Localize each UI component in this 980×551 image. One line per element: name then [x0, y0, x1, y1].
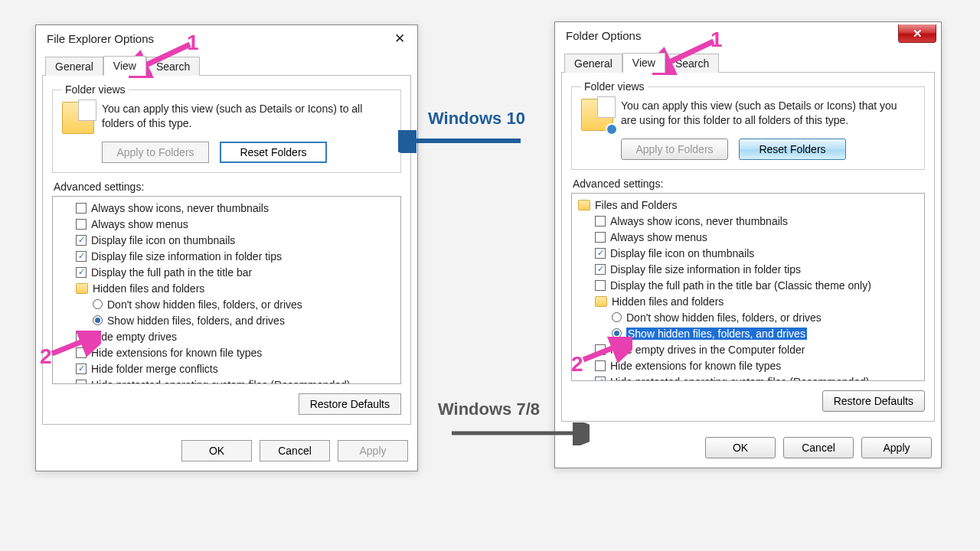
folder-views-legend: Folder views [581, 80, 648, 93]
radio[interactable] [612, 328, 622, 338]
tree-row[interactable]: Display file icon on thumbnails [573, 245, 923, 261]
tree-row[interactable]: Hide folder merge conflicts [54, 360, 399, 377]
tree-row[interactable]: Hide extensions for known file types [54, 344, 399, 360]
apply-to-folders-button[interactable]: Apply to Folders [102, 142, 209, 163]
folder-views-legend: Folder views [62, 83, 129, 96]
dialog-title: File Explorer Options [47, 32, 154, 45]
tree-row[interactable]: Always show icons, never thumbnails [573, 213, 923, 229]
checkbox[interactable] [595, 264, 606, 275]
restore-defaults-button[interactable]: Restore Defaults [822, 390, 925, 412]
tree-row-label: Always show icons, never thumbnails [91, 202, 269, 214]
tree-row[interactable]: Display the full path in the title bar (… [573, 277, 923, 293]
advanced-settings-tree[interactable]: Always show icons, never thumbnailsAlway… [52, 196, 401, 384]
apply-button[interactable]: Apply [338, 440, 408, 461]
checkbox[interactable] [595, 232, 606, 243]
checkbox[interactable] [595, 360, 606, 371]
tab-strip: General View Search [42, 56, 411, 76]
tree-row-label: Show hidden files, folders, and drives [626, 328, 807, 340]
tree-row[interactable]: Hide protected operating system files (R… [573, 373, 923, 381]
tree-row[interactable]: Show hidden files, folders, and drives [573, 325, 923, 341]
tab-strip: General View Search [561, 53, 935, 73]
tab-general[interactable]: General [45, 57, 103, 76]
radio[interactable] [93, 315, 103, 325]
reset-folders-button[interactable]: Reset Folders [739, 139, 846, 160]
tree-row[interactable]: Display file size information in folder … [573, 261, 923, 277]
tree-row[interactable]: Always show menus [54, 216, 399, 232]
tree-row-label: Show hidden files, folders, and drives [107, 315, 285, 327]
tab-view[interactable]: View [622, 53, 665, 73]
close-button[interactable]: ✕ [898, 24, 936, 43]
checkbox[interactable] [595, 280, 606, 291]
tree-row-label: Hide extensions for known file types [91, 347, 262, 359]
checkbox[interactable] [76, 251, 87, 262]
reset-folders-button[interactable]: Reset Folders [220, 142, 327, 163]
checkbox[interactable] [76, 347, 87, 358]
checkbox[interactable] [76, 235, 87, 246]
tree-row-label: Always show icons, never thumbnails [610, 215, 788, 227]
cancel-button[interactable]: Cancel [783, 437, 854, 458]
advanced-settings-tree[interactable]: Files and FoldersAlways show icons, neve… [571, 193, 925, 381]
checkbox[interactable] [76, 219, 87, 230]
folder-icon [578, 200, 590, 210]
tree-row-label: Don't show hidden files, folders, or dri… [626, 311, 822, 324]
radio[interactable] [93, 299, 103, 309]
tree-row[interactable]: Hide empty drives in the Computer folder [573, 341, 923, 357]
tree-row[interactable]: Display file size information in folder … [54, 248, 399, 264]
checkbox[interactable] [595, 216, 606, 227]
folder-views-group: Folder views You can apply this view (su… [571, 80, 925, 170]
folder-views-text: You can apply this view (such as Details… [102, 102, 391, 131]
tree-row[interactable]: Show hidden files, folders, and drives [54, 312, 399, 328]
ok-button[interactable]: OK [705, 437, 776, 458]
checkbox[interactable] [595, 377, 606, 382]
titlebar: Folder Options ✕ [555, 22, 941, 48]
tree-row-label: Display file size information in folder … [610, 263, 801, 276]
tree-row-label: Files and Folders [595, 199, 677, 211]
ok-button[interactable]: OK [181, 440, 252, 461]
tree-row-label: Display the full path in the title bar [91, 266, 252, 279]
tree-row-label: Hide protected operating system files (R… [610, 376, 870, 382]
folder-options-dialog: Folder Options ✕ General View Search Fol… [554, 21, 942, 468]
tree-row[interactable]: Don't show hidden files, folders, or dri… [54, 296, 399, 312]
tree-row[interactable]: Always show icons, never thumbnails [54, 200, 399, 216]
checkbox[interactable] [76, 380, 87, 385]
tree-row-label: Hide extensions for known file types [610, 360, 781, 372]
tree-row[interactable]: Display the full path in the title bar [54, 264, 399, 280]
radio[interactable] [612, 312, 622, 322]
tab-search[interactable]: Search [146, 57, 200, 76]
tree-row[interactable]: Files and Folders [573, 197, 923, 213]
folder-views-group: Folder views You can apply this view (su… [52, 83, 401, 173]
folder-icon [76, 283, 88, 294]
tree-row[interactable]: Hidden files and folders [54, 280, 399, 296]
tree-row[interactable]: Hide extensions for known file types [573, 357, 923, 373]
apply-button[interactable]: Apply [861, 437, 932, 458]
tree-row[interactable]: Don't show hidden files, folders, or dri… [573, 309, 923, 325]
tree-row-label: Always show menus [610, 231, 707, 243]
tab-search[interactable]: Search [665, 54, 719, 73]
apply-to-folders-button[interactable]: Apply to Folders [621, 139, 728, 160]
annotation-label-windows78: Windows 7/8 [438, 399, 540, 419]
tab-general[interactable]: General [564, 54, 622, 73]
titlebar: File Explorer Options ✕ [36, 25, 417, 51]
checkbox[interactable] [76, 203, 87, 214]
folder-options-icon [581, 99, 613, 131]
cancel-button[interactable]: Cancel [260, 440, 330, 461]
close-button[interactable]: ✕ [387, 29, 413, 47]
tree-row[interactable]: Hidden files and folders [573, 293, 923, 309]
restore-defaults-button[interactable]: Restore Defaults [299, 393, 401, 415]
tree-row-label: Display file size information in folder … [91, 250, 282, 262]
checkbox[interactable] [595, 248, 606, 259]
tree-row-label: Hidden files and folders [612, 295, 724, 308]
tree-row-label: Don't show hidden files, folders, or dri… [107, 298, 302, 311]
tree-row[interactable]: Hide protected operating system files (R… [54, 377, 399, 384]
checkbox[interactable] [595, 344, 606, 355]
tree-row[interactable]: Always show menus [573, 229, 923, 245]
folder-icon [595, 296, 607, 307]
tree-row[interactable]: Hide empty drives [54, 328, 399, 344]
tab-view[interactable]: View [103, 56, 146, 76]
checkbox[interactable] [76, 364, 87, 374]
tree-row-label: Hide empty drives [91, 331, 177, 343]
folder-views-text: You can apply this view (such as Details… [621, 99, 915, 128]
checkbox[interactable] [76, 267, 87, 278]
tree-row[interactable]: Display file icon on thumbnails [54, 232, 399, 248]
checkbox[interactable] [76, 331, 87, 342]
